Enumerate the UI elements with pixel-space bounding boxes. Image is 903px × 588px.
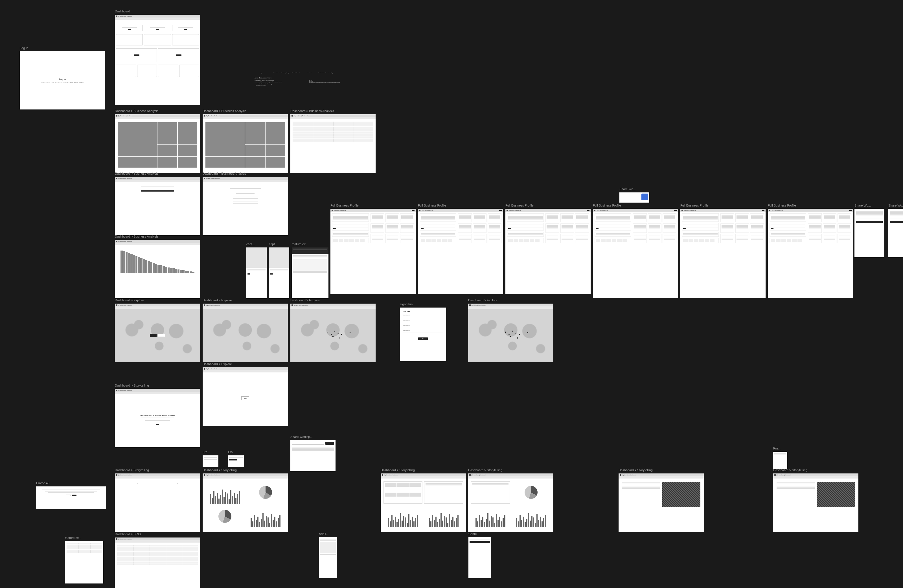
tabbar[interactable] — [115, 180, 200, 182]
tabbar[interactable] — [773, 476, 858, 478]
table-row[interactable] — [117, 550, 198, 551]
frame-add-i[interactable]: Add i... — [319, 537, 337, 578]
frame-bris[interactable]: Dashboard > BRIS [My Area Name] Dashboar… — [115, 538, 200, 588]
treemap-cell[interactable] — [118, 122, 157, 156]
treemap-cell[interactable] — [266, 157, 285, 168]
tabbar[interactable] — [203, 307, 288, 309]
algo-field[interactable]: Select dataset — [403, 330, 443, 332]
frame-biz-analysis-1[interactable]: Dashboard > Business Analysis [My Area N… — [115, 114, 200, 173]
treemap-cell[interactable] — [178, 157, 198, 168]
world-map[interactable] — [203, 309, 288, 362]
table-row[interactable] — [293, 137, 373, 138]
frame-profile-4[interactable]: Full Business Profile The Print Company … — [593, 209, 678, 298]
share-button[interactable] — [326, 442, 334, 445]
summary-card[interactable] — [172, 25, 199, 31]
treemap-cell[interactable] — [245, 145, 265, 156]
metric-card[interactable] — [144, 34, 171, 46]
tabbar[interactable] — [290, 117, 376, 119]
share-button[interactable] — [890, 221, 903, 223]
frame-43[interactable]: Frame 43 — [36, 486, 106, 509]
frame-capt-2[interactable]: capt... — [269, 247, 289, 298]
table-row[interactable] — [293, 134, 373, 135]
frame-share-ws-doc-1[interactable]: Share Wo... — [854, 209, 884, 257]
tabbar[interactable] — [115, 476, 200, 478]
bris-table[interactable] — [117, 545, 198, 565]
tabbar[interactable] — [203, 180, 288, 182]
frame-explore-4[interactable]: Dashboard > Explore [My Area Name] Dashb… — [468, 303, 553, 362]
frame-share-ws-tiny[interactable]: Share Wo... — [620, 192, 649, 203]
tabbar[interactable] — [115, 540, 200, 542]
treemap-cell[interactable] — [157, 157, 177, 168]
metric-card[interactable] — [116, 34, 143, 46]
card-cta[interactable] — [134, 55, 139, 56]
frame43-btn-2[interactable] — [72, 495, 77, 496]
algorithm-run-button[interactable]: Run — [418, 338, 428, 340]
treemap-chart[interactable] — [118, 122, 197, 168]
algo-field[interactable]: Select dataset — [403, 324, 443, 327]
frame-profile-2[interactable]: Full Business Profile The Print Company … — [418, 209, 503, 294]
tabbar[interactable] — [290, 307, 376, 309]
treemap-cell[interactable] — [205, 157, 245, 168]
table-row[interactable] — [293, 127, 373, 128]
tabbar[interactable] — [115, 117, 200, 119]
algo-field[interactable]: Select dataset — [403, 314, 443, 317]
frame-biz-analysis-4[interactable]: Dashboard > Business Analysis [My Area N… — [115, 177, 200, 235]
tabbar[interactable] — [115, 17, 200, 20]
world-map[interactable] — [290, 309, 376, 362]
conte-button[interactable] — [470, 541, 490, 543]
map-button-alt[interactable] — [158, 334, 165, 337]
frame-story-3b[interactable]: Dashboard > Storytelling [My Area Name] … — [468, 473, 553, 532]
frame-profile-3[interactable]: Full Business Profile The Print Company … — [505, 209, 591, 294]
table-row[interactable] — [117, 552, 198, 553]
map-button[interactable] — [150, 334, 157, 337]
frame43-btn-1[interactable] — [66, 495, 71, 496]
frame-feat-ex-1[interactable]: feature ex... — [292, 247, 329, 298]
table-row[interactable] — [293, 138, 373, 140]
capt-button[interactable] — [270, 274, 273, 275]
card-button[interactable] — [156, 29, 159, 30]
frame-explore-3[interactable]: Dashboard > Explore [My Area Name] Dashb… — [290, 303, 376, 362]
frame-dashboard[interactable]: Dashboard [My Area Name] Dashboard — [115, 15, 200, 105]
table-row[interactable] — [117, 545, 198, 546]
table-row[interactable] — [117, 553, 198, 555]
tabbar[interactable] — [468, 476, 553, 478]
frame-story-2a[interactable]: Dashboard > Storytelling [My Area Name] … — [115, 473, 200, 532]
share-input[interactable] — [292, 442, 324, 445]
frame-fra-2[interactable]: Fra... — [228, 455, 244, 467]
treemap-cell[interactable] — [118, 157, 157, 168]
table-row[interactable] — [117, 563, 198, 565]
story-cta[interactable] — [156, 424, 159, 425]
frame-biz-analysis-2[interactable]: Dashboard > Business Analysis [My Area N… — [203, 114, 288, 173]
frame-explore-blank[interactable]: Dashboard > Explore [My Area Name] Dashb… — [203, 367, 288, 426]
frame-story-3a[interactable]: Dashboard > Storytelling [My Area Name] … — [381, 473, 466, 532]
frame-fra-1[interactable]: Fra... — [203, 455, 219, 467]
frame-conte[interactable]: Conte... — [469, 537, 491, 578]
treemap-cell[interactable] — [157, 122, 177, 145]
treemap-cell[interactable] — [178, 145, 198, 156]
tabbar[interactable] — [203, 370, 288, 373]
world-map[interactable] — [468, 309, 553, 362]
frame-feat-ex-2[interactable]: feature ex... — [65, 541, 103, 583]
tabbar[interactable] — [381, 476, 466, 478]
data-table[interactable] — [293, 122, 373, 141]
treemap-cell[interactable] — [266, 122, 285, 145]
capt-button[interactable] — [247, 274, 250, 275]
frame-algorithm[interactable]: algorithm Prioritizer Select dataset Sel… — [400, 308, 446, 361]
treemap-cell[interactable] — [178, 122, 198, 145]
table-row[interactable] — [293, 122, 373, 123]
frame-share-ws-doc-2[interactable]: Share Wo... — [888, 209, 903, 257]
table-row[interactable] — [117, 558, 198, 560]
treemap-cell[interactable] — [266, 145, 285, 156]
tabbar[interactable] — [203, 476, 288, 478]
treemap-cell[interactable] — [245, 122, 265, 145]
link-card[interactable] — [158, 48, 199, 62]
algo-field[interactable]: Select dataset — [403, 319, 443, 322]
metric-card[interactable] — [172, 34, 199, 46]
treemap-cell[interactable] — [157, 145, 177, 156]
frame-biz-analysis-3[interactable]: Dashboard > Business Analysis [My Area N… — [290, 114, 376, 173]
table-row[interactable] — [293, 123, 373, 125]
summary-card[interactable] — [144, 25, 171, 31]
card-button[interactable] — [184, 29, 187, 30]
card-button[interactable] — [128, 29, 131, 30]
table-row[interactable] — [117, 560, 198, 561]
